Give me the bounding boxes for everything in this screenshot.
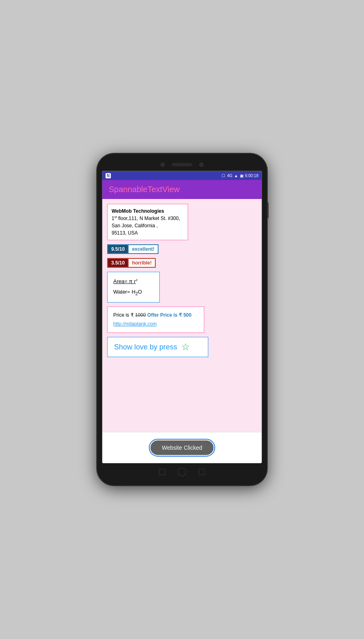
address-line2: San Jose, California , [112, 222, 184, 229]
time-display: 6:00:18 [245, 174, 258, 178]
website-clicked-button[interactable]: Website Clicked [150, 440, 214, 455]
signal-icon: ▲ [234, 174, 238, 178]
status-bar: N ☐ 4G ▲ ▣ 6:00:18 [102, 171, 262, 180]
formula-card: Area= π r2 Water= H2O [107, 272, 160, 303]
address-line1: 1st floor,111, N Market St. #300, [112, 215, 184, 222]
bottom-area: Website Clicked [102, 432, 262, 463]
price-card: Price is ₹ 1000 Offer Price is ₹ 500 htt… [107, 307, 204, 333]
volume-button[interactable] [267, 202, 269, 218]
phone-screen: N ☐ 4G ▲ ▣ 6:00:18 SpannableTextView Web… [102, 171, 262, 463]
nav-back-icon[interactable] [159, 469, 165, 475]
water-formula: Water= H2O [113, 287, 154, 298]
n-logo: N [106, 173, 111, 178]
front-camera [161, 163, 165, 167]
sensor-dot [199, 163, 203, 167]
nav-home-icon[interactable] [178, 468, 186, 476]
nav-recents-icon[interactable] [199, 469, 205, 475]
rating-good-label: excellent! [129, 244, 158, 254]
phone-device: N ☐ 4G ▲ ▣ 6:00:18 SpannableTextView Web… [97, 154, 267, 485]
rating-bad-score: 3.5/10 [107, 258, 129, 268]
price-prefix: Price is ₹ [113, 312, 135, 318]
content-area: WebMob Technologies 1st floor,111, N Mar… [102, 199, 262, 432]
earpiece-speaker [172, 163, 192, 166]
website-link[interactable]: http://milaptank.com [113, 321, 157, 327]
rating-good-score: 9.5/10 [107, 244, 129, 254]
company-name: WebMob Technologies [112, 207, 184, 215]
battery-icon: ▣ [240, 174, 243, 178]
offer-price: Offer Price is ₹ 500 [146, 312, 192, 318]
star-icon[interactable]: ☆ [181, 342, 190, 352]
address-card: WebMob Technologies 1st floor,111, N Mar… [107, 204, 188, 240]
area-formula: Area= π r2 [113, 276, 154, 287]
address-line3: 95113, USA [112, 229, 184, 237]
original-price: 1000 [135, 312, 146, 318]
status-right: ☐ 4G ▲ ▣ 6:00:18 [222, 174, 258, 178]
phone-nav-bar [102, 463, 262, 478]
phone-icon: ☐ [222, 174, 225, 178]
rating-bad-label: horrible! [129, 258, 156, 268]
love-card[interactable]: Show love by press ☆ [107, 337, 208, 357]
signal-label: 4G [227, 174, 232, 178]
status-left: N [106, 173, 111, 178]
price-line: Price is ₹ 1000 Offer Price is ₹ 500 [113, 311, 198, 320]
rating-good-row: 9.5/10 excellent! [107, 244, 257, 254]
app-bar: SpannableTextView [102, 180, 262, 199]
rating-bad-row: 3.5/10 horrible! [107, 258, 257, 268]
app-title: SpannableTextView [109, 185, 255, 194]
love-text: Show love by press [114, 343, 177, 351]
phone-top-bar [102, 161, 262, 171]
link-line[interactable]: http://milaptank.com [113, 320, 198, 329]
